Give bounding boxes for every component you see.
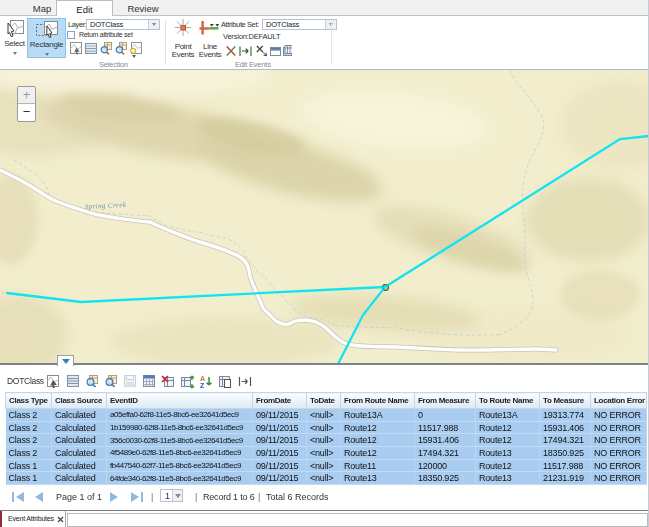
svg-text:A: A — [200, 375, 205, 382]
svg-text:Z: Z — [200, 382, 205, 389]
